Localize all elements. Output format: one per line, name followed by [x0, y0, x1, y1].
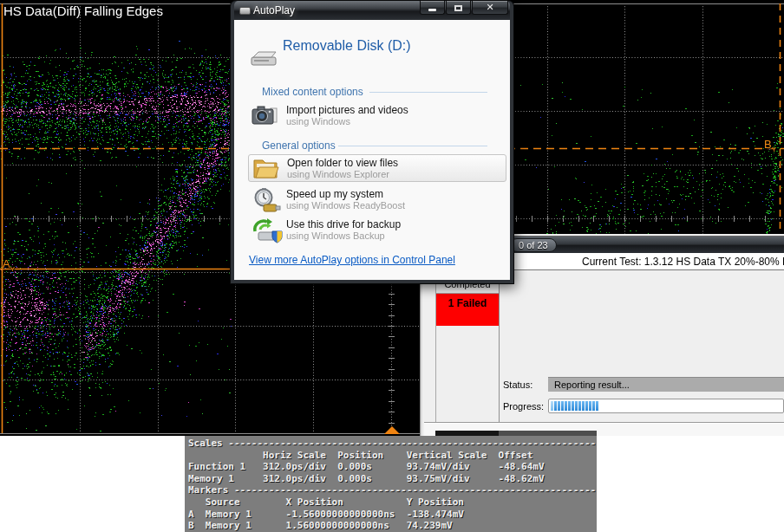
marker-a-label: AY	[3, 257, 15, 273]
progress-segment	[575, 401, 578, 411]
progress-segment	[578, 401, 581, 411]
minimize-icon	[428, 9, 436, 11]
scope-title: HS Data(Diff) Falling Edges	[3, 3, 163, 18]
autoplay-title: AutoPlay	[253, 4, 295, 16]
progress-segment	[561, 401, 564, 411]
progress-segment	[592, 401, 595, 411]
maximize-icon	[454, 5, 462, 11]
autoplay-body: Removable Disk (D:) Mixed content option…	[234, 20, 510, 280]
removable-disk-icon	[250, 49, 278, 68]
scales-line: Scales ---------------------------------…	[188, 438, 597, 450]
current-test-text: Current Test: 1.3.12 HS Data TX 20%-80% …	[582, 256, 784, 268]
status-label: Status:	[503, 380, 532, 390]
scales-line: Function 1 312.0ps/div 0.000s 93.74mV/di…	[188, 461, 597, 473]
failed-cell: 1 Failed	[436, 294, 499, 326]
result-summary-column: Completed 1 Failed	[435, 273, 500, 422]
marker-b-label: BY	[764, 138, 776, 153]
maximize-button[interactable]	[446, 1, 471, 15]
test-count-badge: 0 of 23	[510, 238, 557, 252]
progress-segment	[554, 401, 557, 411]
scales-line: A Memory 1 -1.56000000000000ns -138.474m…	[188, 509, 597, 521]
status-value: Reporting result...	[548, 377, 784, 392]
scales-line: B Memory 1 1.56000000000000ns 74.239mV	[188, 520, 597, 532]
action-subtitle: using Windows	[286, 116, 350, 127]
autoplay-titlebar[interactable]: AutoPlay ✕	[234, 1, 510, 20]
action-title: Import pictures and videos	[286, 104, 408, 116]
progress-label: Progress:	[503, 401, 544, 412]
section-label-mixed: Mixed content options	[262, 86, 363, 98]
folder-icon	[252, 156, 280, 180]
scales-line: Memory 1 312.0ps/div 0.000s 93.75mV/div …	[188, 473, 597, 485]
action-subtitle: using Windows Backup	[286, 230, 385, 241]
close-button[interactable]: ✕	[472, 1, 508, 15]
scales-readout-panel: Scales ---------------------------------…	[185, 436, 597, 532]
action-subtitle: using Windows ReadyBoost	[286, 200, 405, 211]
autoplay-header: Removable Disk (D:)	[283, 38, 411, 54]
progress-segment	[568, 401, 571, 411]
autoplay-action-speed-up[interactable]: Speed up my system using Windows ReadyBo…	[248, 186, 506, 214]
action-title: Speed up my system	[286, 188, 383, 200]
section-label-general: General options	[262, 139, 336, 152]
progress-bar	[548, 399, 784, 413]
progress-segment	[572, 401, 574, 411]
progress-segment	[551, 401, 553, 411]
backup-icon	[252, 217, 283, 243]
drive-icon	[239, 7, 251, 15]
scales-line: Source X Position Y Position	[188, 496, 597, 509]
progress-segment	[565, 401, 567, 411]
scales-line: Horiz Scale Position Vertical Scale Offs…	[188, 450, 597, 462]
autoplay-control-panel-link[interactable]: View more AutoPlay options in Control Pa…	[249, 254, 455, 266]
action-subtitle: using Windows Explorer	[287, 169, 389, 179]
autoplay-action-open-folder[interactable]: Open folder to view files using Windows …	[248, 154, 506, 182]
minimize-button[interactable]	[420, 1, 445, 15]
progress-segment	[596, 401, 598, 411]
section-rule	[369, 92, 487, 93]
desktop: HS Data(Diff) Falling Edges AY BY 0 of 2…	[0, 0, 784, 532]
progress-segment	[585, 401, 588, 411]
autoplay-action-import-pictures[interactable]: Import pictures and videos using Windows	[248, 102, 506, 130]
progress-segment	[582, 401, 585, 411]
action-title: Open folder to view files	[287, 157, 398, 169]
scales-line: Markers --------------------------------…	[188, 484, 597, 496]
progress-segment	[589, 401, 591, 411]
progress-segment	[558, 401, 560, 411]
close-icon: ✕	[486, 2, 493, 14]
autoplay-action-backup[interactable]: Use this drive for backup using Windows …	[248, 217, 506, 244]
readyboost-icon	[252, 187, 281, 214]
action-title: Use this drive for backup	[286, 218, 401, 230]
autoplay-dialog: AutoPlay ✕ Removable Disk (D:) Mixed con…	[231, 1, 513, 283]
camera-icon	[252, 103, 279, 129]
section-rule	[338, 146, 487, 146]
